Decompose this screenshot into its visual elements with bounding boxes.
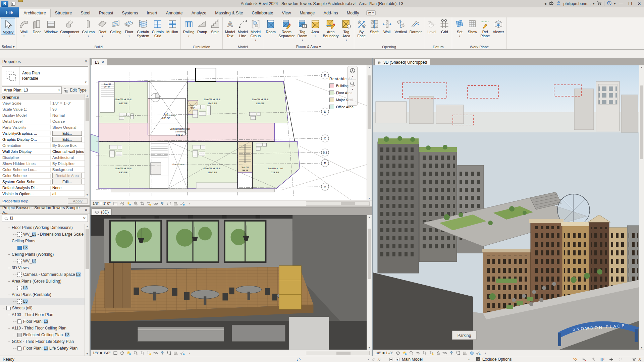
camera-horizontal-scrollbar[interactable]: [306, 351, 370, 355]
tree-category[interactable]: −Area Plans (Gross Building): [0, 278, 85, 285]
door-unselect-icon[interactable]: [600, 357, 604, 362]
plan-scale[interactable]: 1/8" = 1'-0": [93, 201, 111, 205]
floor-button[interactable]: Floor▾: [123, 18, 136, 38]
file-menu-icon[interactable]: [10, 1, 16, 7]
ribbon-tab-add-ins[interactable]: Add-Ins: [319, 9, 342, 17]
panel-label[interactable]: Opening: [354, 45, 424, 49]
tree-view-item[interactable]: L3: [0, 285, 85, 291]
revit-logo-icon[interactable]: R: [1, 1, 8, 7]
property-value[interactable]: Background: [51, 168, 85, 172]
stair-button[interactable]: Stair: [209, 18, 221, 34]
property-value[interactable]: Rentable Area: [51, 173, 85, 178]
selection-box-icon[interactable]: [167, 351, 171, 355]
tree-category[interactable]: −Ceiling Plans (Working): [0, 251, 85, 258]
property-value[interactable]: Edit...: [51, 137, 85, 142]
ribbon-tab-structure[interactable]: Structure: [51, 9, 76, 17]
ramp-button[interactable]: Ramp: [196, 18, 209, 34]
ribbon-tab-massing-site[interactable]: Massing & Site: [211, 9, 247, 17]
minimize-button[interactable]: —: [618, 1, 625, 6]
crop-region-icon[interactable]: [429, 351, 434, 355]
user-avatar-icon[interactable]: [556, 1, 561, 7]
search-clear-icon[interactable]: ✕: [83, 216, 86, 221]
navigation-bar[interactable]: ▾ ▾: [347, 66, 358, 106]
dropdown-chevron-icon[interactable]: ▾: [188, 34, 190, 38]
browser-search[interactable]: ✕: [2, 215, 88, 222]
status-mini-icons[interactable]: [297, 356, 301, 362]
property-value-button[interactable]: Edit...: [52, 131, 82, 136]
worksets-group[interactable]: ▾ :0: [368, 356, 380, 362]
tree-view-item[interactable]: Floor Plan: L3: [0, 318, 85, 325]
tag-room-button[interactable]: 1Tag Room▾: [296, 18, 309, 42]
tree-category[interactable]: −G103 - Third Floor Life Safety Plan: [0, 338, 85, 345]
door-button[interactable]: Door: [30, 18, 43, 34]
panel-label[interactable]: Work Plane: [452, 45, 506, 49]
column-button[interactable]: Column▾: [80, 18, 96, 38]
property-row[interactable]: Default Analysis Di...None: [0, 185, 85, 191]
tree-collapse-icon[interactable]: −: [8, 266, 11, 270]
ribbon-tab-view[interactable]: View: [278, 9, 296, 17]
tree-view-item[interactable]: WV_L3: [0, 258, 85, 264]
ribbon-tab-systems[interactable]: Systems: [117, 9, 142, 17]
help-menu-chevron[interactable]: ▾: [614, 2, 615, 5]
dormer-button[interactable]: Dormer: [408, 18, 423, 34]
property-row[interactable]: Wall Join DisplayClean all wall joins: [0, 148, 85, 155]
move-cursor-icon[interactable]: [609, 357, 613, 362]
design-option-chevron[interactable]: ▾: [468, 356, 470, 362]
type-selector-chevron-icon[interactable]: ▾: [85, 80, 87, 84]
camera-canvas[interactable]: [91, 215, 367, 350]
panel-chooser[interactable]: ⬒▾: [366, 10, 376, 15]
dropdown-chevron-icon[interactable]: ▾: [23, 34, 25, 38]
shaded-canvas[interactable]: Parking SNOWDON PLACE: [373, 65, 639, 350]
curtain-grid-button[interactable]: Curtain Grid: [151, 18, 165, 38]
property-value-button[interactable]: Edit...: [52, 179, 82, 184]
dropdown-chevron-icon[interactable]: ▾: [459, 34, 461, 38]
search-icon[interactable]: [549, 1, 554, 7]
app-store-cart-icon[interactable]: [597, 1, 602, 7]
ribbon-tab-manage[interactable]: Manage: [295, 9, 319, 17]
selection-box-icon[interactable]: [167, 201, 171, 206]
ribbon-tab-collaborate[interactable]: Collaborate: [248, 9, 278, 17]
curtain-system-button[interactable]: Curtain System: [136, 18, 151, 38]
wall-button[interactable]: Wall▾: [17, 18, 30, 38]
crop-view-icon[interactable]: [422, 351, 427, 355]
dropdown-chevron-icon[interactable]: ▾: [315, 34, 316, 38]
tree-view-item[interactable]: Floor Plan: L3 Life Safety Plan: [0, 345, 85, 352]
displace-elements-icon[interactable]: [180, 351, 185, 355]
tree-view-item[interactable]: Camera - Commercial Space L3: [0, 271, 85, 278]
crop-box-icon[interactable]: [113, 201, 118, 206]
tree-collapse-icon[interactable]: −: [8, 340, 11, 344]
shadows-toggle-icon[interactable]: [133, 351, 138, 355]
tree-category[interactable]: −Ceiling Plans: [0, 238, 85, 244]
property-value[interactable]: Normal: [51, 113, 85, 117]
property-value[interactable]: Edit...: [51, 131, 85, 136]
plan-tab-close-icon[interactable]: ✕: [101, 60, 104, 64]
dropdown-chevron-icon[interactable]: ▾: [302, 38, 303, 42]
sun-settings-icon[interactable]: [402, 351, 407, 355]
tree-category[interactable]: −Floor Plans (Working Dimensions): [0, 224, 85, 231]
property-value-button[interactable]: Edit...: [52, 137, 82, 142]
property-row[interactable]: Display ModelNormal: [0, 112, 85, 118]
shadows-toggle-icon[interactable]: [409, 351, 414, 355]
ribbon-tab-file[interactable]: File: [0, 7, 19, 17]
temporary-hide-icon[interactable]: [449, 351, 454, 355]
cursor-unselect-icon[interactable]: [582, 357, 586, 362]
panel-label[interactable]: Build: [16, 45, 180, 49]
by-face-button[interactable]: By Face: [355, 18, 368, 38]
property-value[interactable]: Coarse: [51, 119, 85, 123]
ribbon-tab-modify[interactable]: Modify: [342, 9, 364, 17]
measure-icon[interactable]: [17, 0, 24, 4]
tree-collapse-icon[interactable]: −: [2, 306, 5, 310]
visual-style-icon[interactable]: [120, 201, 124, 206]
browser-search-input[interactable]: [10, 216, 81, 221]
crop-region-icon[interactable]: [147, 351, 151, 355]
tree-collapse-icon[interactable]: −: [8, 226, 11, 230]
wall-button[interactable]: Wall: [381, 18, 393, 34]
property-row[interactable]: Visible In Option...all: [0, 191, 85, 197]
tree-category[interactable]: −Area Plans (Rentable): [0, 291, 85, 298]
room-separator-button[interactable]: Room Separator: [277, 18, 296, 38]
tree-category[interactable]: −A110 - Third Floor Ceiling Plan: [0, 325, 85, 331]
property-row[interactable]: Parts VisibilityShow Original: [0, 124, 85, 130]
plan-horizontal-scrollbar[interactable]: [306, 201, 370, 206]
property-value[interactable]: By Discipline: [51, 162, 85, 166]
edit-type-button[interactable]: Edit Type: [62, 88, 88, 93]
